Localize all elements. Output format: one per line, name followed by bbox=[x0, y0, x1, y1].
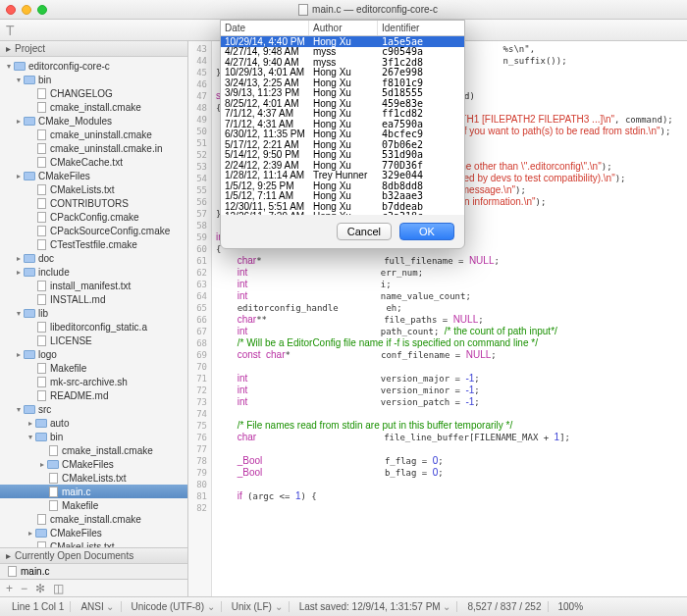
open-docs-header[interactable]: ▸ Currently Open Documents bbox=[0, 548, 187, 564]
status-position: Line 1 Col 1 bbox=[6, 601, 71, 612]
statusbar: Line 1 Col 1 ANSI Unicode (UTF-8) Unix (… bbox=[0, 596, 687, 616]
add-icon[interactable]: + bbox=[6, 582, 13, 595]
tree-file[interactable]: README.md bbox=[0, 388, 187, 402]
tree-folder[interactable]: ▸CMakeFiles bbox=[0, 526, 187, 539]
col-identifier[interactable]: Identifier bbox=[378, 21, 464, 35]
open-doc-item[interactable]: main.c bbox=[0, 564, 187, 579]
tree-folder[interactable]: ▸auto bbox=[0, 416, 187, 430]
tree-label: LICENSE bbox=[50, 335, 92, 346]
window-controls bbox=[6, 5, 47, 15]
file-icon bbox=[35, 225, 47, 236]
tree-label: bin bbox=[38, 75, 51, 85]
history-row[interactable]: 1/5/12, 9:25 PMHong Xu8db8dd8 bbox=[221, 180, 464, 191]
tree-label: editorconfig-core-c bbox=[28, 61, 110, 72]
col-date[interactable]: Date bbox=[221, 21, 309, 35]
history-row[interactable]: 4/27/14, 9:48 AMmyssc90549a bbox=[221, 47, 464, 58]
tree-file[interactable]: CPackSourceConfig.cmake bbox=[0, 224, 187, 237]
disclosure-icon: ▾ bbox=[14, 309, 24, 318]
tree-file[interactable]: INSTALL.md bbox=[0, 292, 187, 306]
text-tool-icon[interactable]: T bbox=[6, 23, 15, 38]
tree-folder[interactable]: ▾lib bbox=[0, 306, 187, 320]
file-icon bbox=[35, 389, 47, 401]
file-icon bbox=[35, 142, 47, 154]
ok-button[interactable]: OK bbox=[399, 223, 454, 240]
tree-folder[interactable]: ▸logo bbox=[0, 347, 187, 361]
tree-file[interactable]: CTestTestfile.cmake bbox=[0, 237, 187, 251]
history-row[interactable]: 1/5/12, 7:11 AMHong Xub32aae3 bbox=[221, 191, 464, 202]
file-icon bbox=[35, 513, 47, 525]
history-row[interactable]: 5/17/12, 2:21 AMHong Xu07b06e2 bbox=[221, 139, 464, 150]
history-row[interactable]: 3/24/13, 2:25 AMHong Xuf8101c9 bbox=[221, 77, 464, 88]
file-icon bbox=[35, 197, 47, 209]
tree-folder[interactable]: ▸CMakeFiles bbox=[0, 169, 187, 182]
status-charset[interactable]: Unicode (UTF-8) bbox=[126, 601, 222, 612]
status-ansi[interactable]: ANSI bbox=[75, 601, 121, 612]
history-row[interactable]: 10/29/13, 4:01 AMHong Xu267e998 bbox=[221, 68, 464, 78]
tree-folder[interactable]: ▸doc bbox=[0, 251, 187, 265]
status-saved[interactable]: Last saved: 12/9/14, 1:31:57 PM bbox=[293, 601, 458, 612]
history-row[interactable]: 12/30/11, 5:51 AMHong Xub7ddeab bbox=[221, 201, 464, 212]
zoom-window-button[interactable] bbox=[37, 5, 47, 15]
history-row[interactable]: 8/25/12, 4:01 AMHong Xu459e83e bbox=[221, 98, 464, 109]
history-row[interactable]: 5/14/12, 9:50 PMHong Xu531d90a bbox=[221, 150, 464, 161]
status-eol[interactable]: Unix (LF) bbox=[226, 601, 290, 612]
tree-folder[interactable]: ▸include bbox=[0, 265, 187, 279]
tree-file[interactable]: main.c bbox=[0, 485, 187, 498]
tree-file[interactable]: Makefile bbox=[0, 498, 187, 512]
tree-file[interactable]: libeditorconfig_static.a bbox=[0, 320, 187, 334]
project-tree[interactable]: ▾editorconfig-core-c▾binCHANGELOGcmake_i… bbox=[0, 57, 187, 547]
history-row[interactable]: 6/30/12, 11:35 PMHong Xu4bcfec9 bbox=[221, 129, 464, 140]
tree-file[interactable]: CMakeLists.txt bbox=[0, 471, 187, 485]
col-author[interactable]: Author bbox=[309, 21, 378, 35]
modal-columns[interactable]: Date Author Identifier bbox=[221, 21, 464, 36]
file-icon bbox=[47, 472, 59, 484]
file-icon bbox=[8, 566, 17, 577]
tree-label: cmake_uninstall.cmake.in bbox=[50, 143, 163, 154]
tree-file[interactable]: CONTRIBUTORS bbox=[0, 196, 187, 210]
tree-folder[interactable]: ▾bin bbox=[0, 73, 187, 86]
project-header[interactable]: ▸ Project bbox=[0, 41, 187, 57]
tree-file[interactable]: install_manifest.txt bbox=[0, 279, 187, 292]
history-row[interactable]: 10/29/14, 4:40 PMHong Xu1a5e5ae bbox=[221, 36, 464, 47]
tree-file[interactable]: cmake_install.cmake bbox=[0, 443, 187, 457]
history-row[interactable]: 7/1/12, 4:37 AMHong Xuff1cd82 bbox=[221, 109, 464, 120]
tree-folder[interactable]: ▸CMakeFiles bbox=[0, 457, 187, 471]
tree-label: auto bbox=[50, 418, 69, 429]
tree-file[interactable]: Makefile bbox=[0, 361, 187, 375]
history-row[interactable]: 3/9/13, 11:23 PMHong Xu5d18555 bbox=[221, 88, 464, 99]
tree-file[interactable]: cmake_uninstall.cmake bbox=[0, 128, 187, 141]
tree-folder[interactable]: ▾src bbox=[0, 402, 187, 416]
history-row[interactable]: 12/26/11, 7:29 AMHong Xuc3a318c bbox=[221, 212, 464, 216]
tree-folder[interactable]: ▾bin bbox=[0, 430, 187, 443]
tree-folder[interactable]: ▸CMake_Modules bbox=[0, 114, 187, 128]
file-icon bbox=[35, 156, 47, 168]
modal-rows[interactable]: 10/29/14, 4:40 PMHong Xu1a5e5ae4/27/14, … bbox=[221, 36, 464, 215]
tree-folder[interactable]: ▾editorconfig-core-c bbox=[0, 59, 187, 73]
tree-file[interactable]: CHANGELOG bbox=[0, 86, 187, 100]
history-row[interactable]: 2/24/12, 2:39 AMHong Xu770D36f bbox=[221, 160, 464, 171]
minimize-window-button[interactable] bbox=[22, 5, 31, 15]
tree-file[interactable]: CMakeLists.txt bbox=[0, 539, 187, 547]
tree-file[interactable]: LICENSE bbox=[0, 334, 187, 347]
history-row[interactable]: 4/27/14, 9:40 AMmyss3f1c2d8 bbox=[221, 57, 464, 68]
history-row[interactable]: 7/1/12, 4:31 AMHong Xuea7590a bbox=[221, 119, 464, 129]
tree-file[interactable]: cmake_install.cmake bbox=[0, 100, 187, 114]
tree-file[interactable]: CPackConfig.cmake bbox=[0, 210, 187, 224]
tree-file[interactable]: cmake_uninstall.cmake.in bbox=[0, 141, 187, 155]
cancel-button[interactable]: Cancel bbox=[337, 223, 392, 240]
history-row[interactable]: 1/28/12, 11:14 AMTrey Hunner329e044 bbox=[221, 171, 464, 181]
close-window-button[interactable] bbox=[6, 5, 16, 15]
gear-icon[interactable]: ✻ bbox=[35, 582, 45, 595]
status-zoom[interactable]: 100% bbox=[553, 601, 590, 612]
tree-file[interactable]: CMakeLists.txt bbox=[0, 182, 187, 196]
remove-icon[interactable]: − bbox=[21, 582, 27, 595]
tree-file[interactable]: CMakeCache.txt bbox=[0, 155, 187, 169]
tree-label: src bbox=[38, 404, 51, 415]
tree-file[interactable]: cmake_install.cmake bbox=[0, 512, 187, 526]
file-icon bbox=[35, 128, 47, 140]
tree-label: bin bbox=[50, 432, 63, 442]
tree-label: cmake_install.cmake bbox=[62, 445, 153, 456]
disclosure-icon: ▸ bbox=[26, 419, 35, 428]
tree-file[interactable]: mk-src-archive.sh bbox=[0, 375, 187, 388]
split-icon[interactable]: ◫ bbox=[53, 582, 64, 595]
